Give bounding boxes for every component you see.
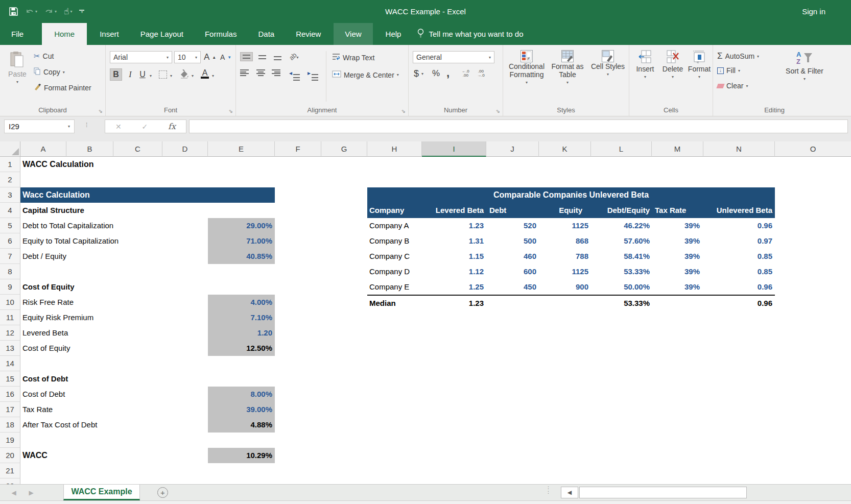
tab-data[interactable]: Data — [249, 23, 283, 45]
header-levered-beta[interactable]: Levered Beta — [422, 203, 486, 218]
underline-dropdown-icon[interactable]: ▾ — [150, 74, 152, 78]
number-dialog-launcher-icon[interactable]: ⇘ — [496, 108, 500, 114]
clipboard-dialog-launcher-icon[interactable]: ⇘ — [99, 108, 103, 114]
row-header[interactable]: 6 — [0, 233, 20, 249]
cell-equity[interactable]: 1125 — [539, 264, 591, 279]
decrease-decimal-button[interactable]: .00→.0 — [477, 69, 485, 78]
clear-dropdown-icon[interactable]: ▾ — [746, 84, 748, 88]
font-color-dropdown-icon[interactable]: ▾ — [212, 74, 214, 78]
cell-label[interactable]: Cost of Equity — [22, 279, 75, 295]
bold-button[interactable]: B — [110, 68, 122, 81]
header-tax-rate[interactable]: Tax Rate — [652, 203, 703, 218]
column-header-e[interactable]: E — [208, 141, 275, 157]
cell-median-unlevered-beta[interactable]: 0.96 — [703, 296, 775, 310]
row-header[interactable]: 20 — [0, 448, 20, 463]
column-header-j[interactable]: J — [486, 141, 539, 157]
sheet-nav-next-icon[interactable]: ▶ — [22, 485, 40, 500]
cell-value[interactable]: 1.20 — [208, 325, 275, 341]
cell-value[interactable]: 4.88% — [208, 417, 275, 433]
cell-debt-equity[interactable]: 53.33% — [591, 264, 652, 279]
cell-equity[interactable]: 900 — [539, 279, 591, 295]
cell-levered-beta[interactable]: 1.25 — [422, 279, 486, 295]
fill-dropdown-icon[interactable]: ▾ — [738, 68, 740, 73]
decrease-font-button[interactable]: A▼ — [220, 53, 231, 61]
font-color-icon[interactable]: A — [201, 68, 209, 79]
cell-median-debt[interactable] — [486, 296, 539, 310]
increase-font-button[interactable]: A▲ — [204, 52, 216, 62]
row-header[interactable]: 1 — [0, 157, 20, 172]
cell-levered-beta[interactable]: 1.15 — [422, 249, 486, 264]
paste-button[interactable]: Paste ▾ — [4, 51, 31, 86]
row-header[interactable]: 10 — [0, 295, 20, 310]
cell-value[interactable]: 10.29% — [208, 448, 275, 463]
median-row[interactable]: Median 1.23 53.33% 0.96 — [367, 295, 775, 310]
tab-home[interactable]: Home — [42, 23, 87, 45]
horizontal-scrollbar[interactable] — [579, 487, 747, 498]
name-box[interactable]: I29▾ — [4, 119, 75, 133]
tab-file[interactable]: File — [0, 23, 35, 45]
header-unlevered-beta[interactable]: Unlevered Beta — [703, 203, 775, 218]
fx-icon[interactable]: fx — [168, 122, 176, 131]
comma-style-button[interactable]: , — [446, 66, 450, 80]
cell-equity[interactable]: 1125 — [539, 218, 591, 233]
cell-tax-rate[interactable]: 39% — [652, 264, 703, 279]
cell-debt-equity[interactable]: 46.22% — [591, 218, 652, 233]
row-header[interactable]: 14 — [0, 356, 20, 371]
cell-median-tax-rate[interactable] — [652, 296, 703, 310]
cell-debt-equity[interactable]: 50.00% — [591, 279, 652, 295]
cancel-icon[interactable]: ✕ — [115, 123, 122, 131]
alignment-dialog-launcher-icon[interactable]: ⇘ — [401, 108, 406, 114]
autosum-button[interactable]: Σ AutoSum▾ — [717, 51, 759, 61]
cell-value[interactable]: 71.00% — [208, 233, 275, 249]
cell-unlevered-beta[interactable]: 0.96 — [703, 218, 775, 233]
enter-icon[interactable]: ✓ — [142, 123, 148, 131]
sheet-grid[interactable]: WACC Calculation Wacc Calculation Capita… — [20, 157, 851, 484]
delete-cells-button[interactable]: Delete▾ — [660, 50, 685, 81]
cell-median-label[interactable]: Median — [367, 296, 422, 310]
sheet-tab-wacc-example[interactable]: WACC Example — [63, 485, 140, 500]
increase-indent-button[interactable]: ▸ — [308, 69, 318, 81]
align-left-button[interactable] — [240, 69, 249, 76]
insert-dropdown-icon[interactable]: ▾ — [644, 73, 646, 81]
paste-dropdown-icon[interactable]: ▾ — [16, 78, 18, 86]
fill-color-dropdown-icon[interactable]: ▾ — [192, 74, 194, 78]
middle-align-button[interactable] — [256, 53, 268, 61]
orientation-button[interactable]: ab▾ — [289, 52, 298, 60]
cell-value[interactable]: 29.00% — [208, 218, 275, 233]
redo-icon[interactable]: ▾ — [44, 8, 57, 16]
accounting-format-button[interactable]: $▾ — [414, 68, 423, 79]
cell-levered-beta[interactable]: 1.12 — [422, 264, 486, 279]
underline-button[interactable]: U — [137, 68, 148, 81]
table-row[interactable]: Company B 1.31 500 868 57.60% 39% 0.97 — [367, 233, 775, 249]
cell-label[interactable]: Debt to Total Capitalization — [22, 218, 113, 233]
cell-debt[interactable]: 450 — [486, 279, 539, 295]
row-header[interactable]: 4 — [0, 203, 20, 218]
row-header[interactable]: 7 — [0, 249, 20, 264]
save-icon[interactable] — [9, 7, 18, 16]
cell-tax-rate[interactable]: 39% — [652, 249, 703, 264]
row-header[interactable]: 9 — [0, 279, 20, 295]
conditional-formatting-button[interactable]: ≠ Conditional Formatting▾ — [505, 50, 548, 87]
header-debt[interactable]: Debt — [486, 203, 539, 218]
undo-dropdown-icon[interactable]: ▾ — [35, 9, 37, 14]
cell-levered-beta[interactable]: 1.23 — [422, 218, 486, 233]
font-size-select[interactable]: 10▾ — [174, 51, 201, 63]
row-header[interactable]: 18 — [0, 417, 20, 433]
column-header-c[interactable]: C — [113, 141, 162, 157]
row-header[interactable]: 3 — [0, 187, 20, 203]
format-painter-button[interactable]: Format Painter — [34, 83, 91, 92]
cell-company[interactable]: Company B — [367, 233, 422, 249]
column-header-d[interactable]: D — [162, 141, 208, 157]
bottom-align-button[interactable] — [272, 54, 283, 62]
row-header[interactable]: 5 — [0, 218, 20, 233]
font-name-select[interactable]: Arial▾ — [110, 51, 172, 63]
delete-dropdown-icon[interactable]: ▾ — [672, 73, 674, 81]
cell-label[interactable]: After Tax Cost of Debt — [22, 417, 97, 433]
touch-mode-icon[interactable]: ☝▾ — [64, 6, 72, 17]
wrap-text-button[interactable]: Wrap Text — [332, 53, 375, 62]
row-header[interactable]: 11 — [0, 310, 20, 325]
header-company[interactable]: Company — [367, 203, 422, 218]
format-as-table-button[interactable]: Format as Table▾ — [548, 50, 587, 87]
tell-me-box[interactable]: Tell me what you want to do — [410, 23, 530, 45]
formula-bar-resize-handle[interactable]: ⁞ — [86, 122, 88, 129]
